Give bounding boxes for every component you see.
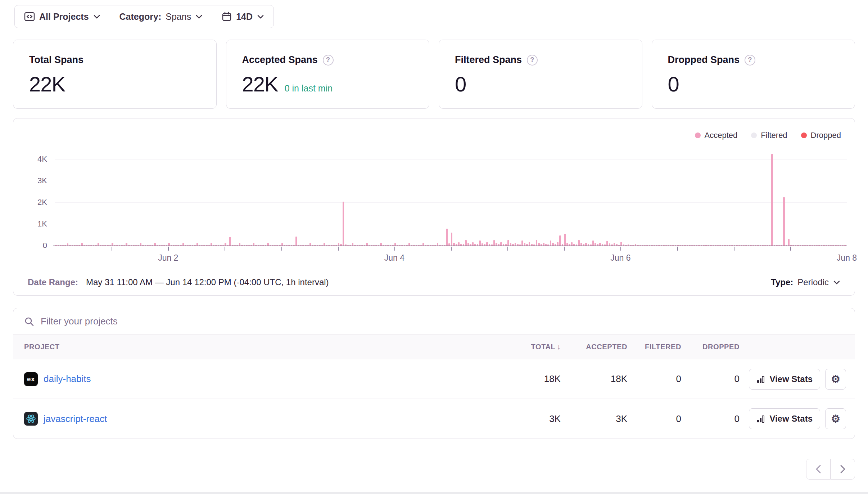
card-total-spans: Total Spans 22K [13, 40, 217, 109]
card-filtered-spans: Filtered Spans ? 0 [439, 40, 642, 109]
card-subtext: 0 in last min [285, 83, 333, 94]
column-header-accepted[interactable]: Accepted [561, 343, 627, 351]
dropped-cell: 0 [681, 373, 740, 385]
bar-chart-icon [756, 375, 765, 383]
stats-page: All Projects Category: Spans 14D Total S… [0, 0, 868, 494]
date-range-label: Date Range: [28, 277, 78, 287]
view-stats-button[interactable]: View Stats [749, 369, 820, 390]
accepted-bar[interactable] [295, 237, 297, 246]
legend-item-accepted[interactable]: Accepted [695, 131, 738, 140]
filtered-cell: 0 [627, 413, 681, 425]
bar-series-accepted [55, 152, 847, 246]
chevron-right-icon [840, 464, 846, 474]
x-axis-tick [620, 247, 621, 251]
category-filter-dropdown[interactable]: Category: Spans [110, 5, 212, 28]
search-input[interactable] [41, 316, 844, 327]
accepted-bar[interactable] [451, 233, 453, 246]
accepted-cell: 18K [561, 373, 627, 385]
legend-label: Filtered [761, 131, 787, 140]
help-icon[interactable]: ? [527, 55, 538, 66]
total-cell: 3K [507, 413, 561, 425]
chevron-down-icon [195, 14, 203, 19]
date-range-value: May 31 11:00 AM — Jun 14 12:00 PM (-04:0… [86, 277, 329, 287]
project-settings-button[interactable]: ⚙ [825, 408, 846, 429]
x-axis-tick [394, 247, 395, 251]
legend-item-filtered[interactable]: Filtered [751, 131, 787, 140]
projects-table-panel: Project Total↓ Accepted Filtered Dropped… [13, 308, 855, 439]
next-page-button[interactable] [831, 459, 855, 480]
calendar-icon [222, 12, 232, 22]
help-icon[interactable]: ? [745, 55, 755, 66]
search-icon [24, 316, 34, 327]
chevron-down-icon [93, 14, 100, 19]
x-axis-tick [281, 247, 282, 251]
accepted-cell: 3K [561, 413, 627, 425]
accepted-bar[interactable] [788, 239, 790, 246]
card-title: Total Spans [29, 54, 83, 66]
card-value: 22K [29, 72, 65, 96]
accepted-bar[interactable] [564, 234, 566, 246]
x-axis-tick [734, 247, 734, 251]
bar-chart-icon [756, 414, 765, 423]
project-settings-button[interactable]: ⚙ [825, 369, 846, 390]
card-title: Accepted Spans [242, 54, 318, 66]
accepted-bar[interactable] [343, 202, 344, 246]
x-axis-tick-label: Jun 8 [837, 253, 857, 263]
sort-descending-icon: ↓ [557, 343, 561, 351]
table-row: ex daily-habits 18K 18K 0 0 View Stats ⚙ [13, 359, 855, 399]
dropped-legend-dot-icon [801, 133, 807, 138]
expo-platform-icon: ex [24, 372, 38, 386]
type-value: Periodic [797, 277, 829, 287]
card-accepted-spans: Accepted Spans ? 22K 0 in last min [226, 40, 430, 109]
project-filter-dropdown[interactable]: All Projects [15, 5, 110, 28]
legend-label: Accepted [705, 131, 738, 140]
project-filter-label: All Projects [39, 12, 89, 22]
chart-legend: Accepted Filtered Dropped [13, 118, 855, 140]
help-icon[interactable]: ? [323, 55, 334, 66]
date-range-row: Date Range: May 31 11:00 AM — Jun 14 12:… [13, 269, 855, 295]
accepted-bar[interactable] [229, 237, 231, 246]
projects-icon [24, 12, 35, 22]
x-axis-tick-label: Jun 6 [610, 253, 630, 263]
view-stats-button[interactable]: View Stats [749, 408, 820, 429]
card-title: Filtered Spans [455, 54, 522, 66]
x-axis-tick [507, 247, 508, 251]
project-link[interactable]: daily-habits [44, 373, 91, 385]
category-filter-label: Category: [119, 12, 162, 22]
accepted-bar[interactable] [783, 197, 785, 246]
filtered-legend-dot-icon [751, 133, 757, 138]
span-volume-bar-chart[interactable]: 01K2K3K4KJun 2Jun 4Jun 6Jun 8Jun 10Jun 1… [55, 152, 847, 246]
x-axis-tick [564, 247, 565, 251]
column-header-dropped[interactable]: Dropped [681, 343, 740, 351]
date-period-value: 14D [236, 12, 253, 22]
project-link[interactable]: javascript-react [44, 413, 107, 425]
card-value: 0 [455, 72, 466, 96]
total-cell: 18K [507, 373, 561, 385]
type-label: Type: [771, 277, 793, 287]
x-axis-tick [338, 247, 339, 251]
accepted-bar[interactable] [559, 235, 561, 246]
table-header-row: Project Total↓ Accepted Filtered Dropped [13, 335, 855, 359]
legend-label: Dropped [811, 131, 841, 140]
x-axis-tick [112, 247, 112, 251]
dropped-cell: 0 [681, 413, 740, 425]
filtered-cell: 0 [627, 373, 681, 385]
column-header-filtered[interactable]: Filtered [627, 343, 681, 351]
gear-icon: ⚙ [831, 413, 840, 425]
x-axis-tick [225, 247, 225, 251]
chevron-down-icon [257, 14, 264, 19]
legend-item-dropped[interactable]: Dropped [801, 131, 841, 140]
previous-page-button[interactable] [806, 459, 831, 480]
date-period-dropdown[interactable]: 14D [212, 5, 273, 28]
chevron-left-icon [815, 464, 822, 474]
column-header-project[interactable]: Project [24, 343, 507, 351]
x-axis-tick [790, 247, 791, 251]
type-dropdown[interactable]: Type: Periodic [771, 277, 840, 287]
y-axis-tick-label: 0 [43, 241, 47, 250]
accepted-bar[interactable] [446, 229, 448, 246]
card-title: Dropped Spans [668, 54, 740, 66]
x-axis-line [53, 246, 847, 247]
y-axis-tick-label: 2K [37, 198, 47, 207]
accepted-bar[interactable] [771, 154, 773, 246]
column-header-total[interactable]: Total↓ [507, 343, 561, 351]
